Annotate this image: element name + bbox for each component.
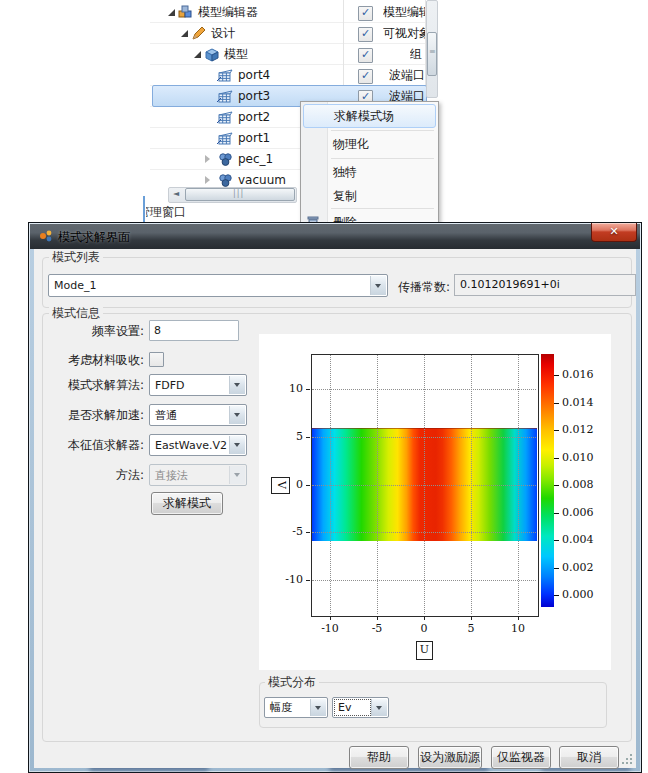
accelerate-select[interactable]: 普通	[149, 404, 247, 426]
chevron-down-icon[interactable]	[229, 376, 245, 394]
x-tick-label: -10	[318, 622, 342, 635]
close-button[interactable]: ✕	[591, 223, 637, 242]
colorbar-tick	[554, 375, 559, 376]
app-icon	[38, 228, 54, 247]
colorbar-tick	[554, 540, 559, 541]
dist-type-select[interactable]: 幅度	[264, 697, 328, 718]
collapse-arrow-icon[interactable]	[205, 155, 210, 163]
field-component-select[interactable]: Ev	[332, 697, 389, 718]
footer-button-取消[interactable]: 取消	[559, 746, 619, 769]
colorbar-tick	[554, 513, 559, 514]
eigensolver-select-value: EastWave.V2	[155, 435, 227, 455]
eigensolver-select[interactable]: EastWave.V2	[149, 434, 247, 456]
port-icon	[216, 131, 232, 146]
grid-line-h	[312, 389, 536, 390]
absorption-checkbox[interactable]	[149, 352, 164, 367]
tree-type-cell: 波端口	[389, 65, 425, 86]
dialog-content: 模式列表 Mode_1 传播常数: 0.1012019691+0i 模式信息 频…	[34, 249, 636, 768]
footer-button-仅监视器[interactable]: 仅监视器	[491, 746, 551, 769]
menu-separator	[331, 130, 434, 131]
visibility-checkbox[interactable]: ✓	[358, 27, 373, 42]
tree-type-cell: 组	[410, 44, 425, 65]
algorithm-select-value: FDFD	[155, 375, 185, 395]
port-icon	[216, 110, 232, 125]
chevron-down-icon[interactable]	[310, 699, 326, 716]
grid-line-h	[312, 532, 536, 533]
x-tick	[471, 616, 472, 620]
y-tick	[306, 437, 310, 438]
footer-button-帮助[interactable]: 帮助	[349, 746, 409, 769]
y-tick	[306, 532, 310, 533]
mode-dist-group-label: 模式分布	[265, 676, 319, 688]
collapse-arrow-icon[interactable]	[205, 176, 210, 184]
y-tick-label: 5	[277, 430, 303, 443]
menu-separator	[331, 158, 434, 159]
menu-item-求解模式场[interactable]: 求解模式场	[303, 104, 436, 128]
group-icon	[218, 152, 234, 167]
colorbar-tick-label: 0.000	[562, 588, 602, 601]
x-tick-label: -5	[365, 622, 389, 635]
colorbar-tick-label: 0.012	[562, 423, 602, 436]
method-label: 方法:	[44, 467, 144, 484]
tree-type-cell: 可视对象	[383, 23, 425, 44]
scrollbar-grip-icon: |||	[233, 190, 244, 198]
grid-line-h	[312, 437, 536, 438]
y-tick	[306, 580, 310, 581]
mode-select-value: Mode_1	[54, 275, 96, 296]
visibility-checkbox[interactable]: ✓	[358, 69, 373, 84]
mode-select[interactable]: Mode_1	[48, 274, 388, 297]
tree-item-label: port1	[238, 128, 270, 149]
colorbar-tick-label: 0.002	[562, 561, 602, 574]
expand-arrow-icon[interactable]	[194, 51, 201, 58]
x-axis-label: U	[416, 641, 433, 660]
absorption-label: 考虑材料吸收:	[44, 352, 144, 369]
tree-item-label: 设计	[211, 23, 235, 44]
menu-item-物理化[interactable]: 物理化	[303, 132, 436, 156]
chevron-down-icon[interactable]	[229, 436, 245, 454]
menu-item-复制[interactable]: 复制	[303, 184, 436, 208]
y-tick-label: 10	[277, 382, 303, 395]
tree-item-label: port3	[238, 86, 270, 107]
mode-field-plot: -10-505101050-5-10VU0.0160.0140.0120.010…	[259, 334, 611, 670]
expand-arrow-icon[interactable]	[181, 30, 188, 37]
tree-item-label: port2	[238, 107, 270, 128]
chevron-down-icon[interactable]	[371, 699, 387, 716]
panel-label: 管理窗口	[146, 204, 206, 222]
y-tick	[306, 389, 310, 390]
visibility-checkbox[interactable]: ✓	[358, 48, 373, 63]
footer-button-设为激励源[interactable]: 设为激励源	[418, 746, 482, 769]
algorithm-select[interactable]: FDFD	[149, 374, 247, 396]
colorbar-tick-label: 0.006	[562, 506, 602, 519]
visibility-checkbox[interactable]: ✓	[358, 6, 373, 21]
dialog-titlebar[interactable]: 模式求解界面	[30, 224, 640, 249]
colorbar-tick	[554, 485, 559, 486]
colorbar-tick-label: 0.008	[562, 478, 602, 491]
x-tick	[424, 616, 425, 620]
method-select: 直接法	[149, 464, 247, 486]
colorbar-tick	[554, 403, 559, 404]
eigensolver-label: 本征值求解器:	[44, 437, 144, 454]
expand-arrow-icon[interactable]	[168, 9, 175, 16]
menu-item-独特[interactable]: 独特	[303, 160, 436, 184]
colorbar	[541, 354, 554, 607]
accelerate-select-value: 普通	[155, 405, 177, 425]
resize-grip[interactable]	[621, 753, 633, 765]
mode-solver-dialog: 模式求解界面 ✕ 模式列表 Mode_1 传播常数: 0.1012019691+…	[28, 222, 642, 773]
y-tick	[306, 485, 310, 486]
scroll-left-arrow-icon[interactable]: ◄	[170, 188, 182, 200]
tree-item-label: 模型	[224, 44, 248, 65]
group-icon	[218, 173, 234, 188]
y-tick-label: -10	[277, 573, 303, 586]
solve-mode-button[interactable]: 求解模式	[151, 492, 223, 515]
model-editor-icon	[178, 5, 194, 20]
colorbar-tick	[554, 568, 559, 569]
y-axis-label: V	[271, 477, 290, 494]
frequency-input[interactable]: 8	[149, 320, 239, 341]
chevron-down-icon[interactable]	[229, 406, 245, 424]
tree-item-label: port4	[238, 65, 270, 86]
grid-line-h	[312, 580, 536, 581]
propagation-value: 0.1012019691+0i	[454, 274, 636, 296]
x-tick	[330, 616, 331, 620]
x-tick-label: 5	[459, 622, 483, 635]
model-cube-icon	[204, 47, 220, 62]
